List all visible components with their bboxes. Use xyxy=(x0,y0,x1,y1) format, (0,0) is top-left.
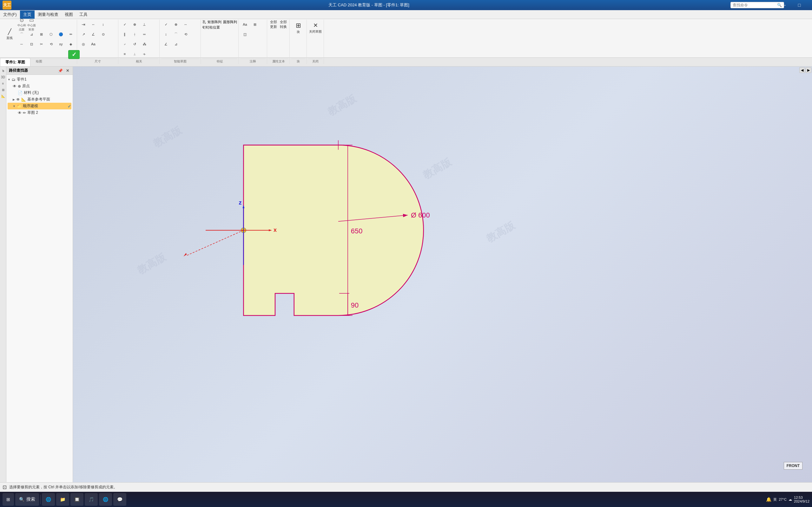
tb-dim-btn6[interactable]: ⊙ xyxy=(98,30,108,39)
tb-draw-btn3[interactable]: ⊞ xyxy=(37,30,46,39)
left-tool-3[interactable]: ≡ xyxy=(0,80,6,86)
tb-draw-btn7[interactable]: ─ xyxy=(17,39,26,49)
tb-center-rect-button[interactable]: ▭ 中心面矩形 xyxy=(27,20,36,29)
taskbar-app-button[interactable]: 🔲 xyxy=(70,493,84,506)
close-button[interactable]: ✕ xyxy=(807,0,812,10)
tb-draw-btn9[interactable]: ✂ xyxy=(37,39,46,49)
tb-draw-btn1[interactable]: ⌒ xyxy=(17,30,26,39)
tb-rel-btn1[interactable]: ✓ xyxy=(120,20,130,29)
tb-draw-btn11[interactable]: xy xyxy=(56,39,66,49)
tb-draw-btn10[interactable]: ⟲ xyxy=(46,39,56,49)
menu-file[interactable]: 文件(F) xyxy=(0,10,20,19)
tree-material[interactable]: 📄 材料 (无) xyxy=(8,90,71,96)
close-sketch-button[interactable]: ✕ 关闭草图 xyxy=(308,20,322,36)
tb-center-circle-button[interactable]: ⊙ 中心和点圆 xyxy=(17,20,26,29)
taskbar-sep-1 xyxy=(40,495,41,504)
tb-prop-btn1[interactable]: 全部更新 xyxy=(269,20,278,29)
tb-rel-btn10[interactable]: ≡ xyxy=(120,49,130,59)
tb-line-button[interactable]: ╱ 直线 xyxy=(3,26,16,43)
left-tool-4[interactable]: ⊞ xyxy=(0,87,6,93)
tb-rel-btn2[interactable]: ⊕ xyxy=(130,20,139,29)
tb-prop-btn2[interactable]: 全部转换 xyxy=(278,20,288,29)
tb-draw-btn2[interactable]: ⊿ xyxy=(27,30,36,39)
tb-annot-btn3[interactable]: ◫ xyxy=(240,30,250,39)
titlebar: 天工 天工 CAD 2024 教育版 - 草图 - [零件1: 草图] 🔍 ? … xyxy=(0,0,812,10)
tb-dim-btn7[interactable]: ◎ xyxy=(79,39,88,49)
tb-annot-btn1[interactable]: Aa xyxy=(240,20,250,29)
tree-root[interactable]: ▼ 🗂 零件1 xyxy=(8,76,71,83)
tb-rel-btn4[interactable]: ∥ xyxy=(120,30,130,39)
tb-dim-btn8[interactable]: Aa xyxy=(89,39,98,49)
nav-prev-button[interactable]: ◀ xyxy=(799,67,805,73)
tb-rel-btn12[interactable]: ⟛ xyxy=(140,49,149,59)
tb-smart-btn5[interactable]: ⌒ xyxy=(171,30,181,39)
tb-smart-btn4[interactable]: ↕ xyxy=(161,30,171,39)
left-tool-1[interactable]: 🖱 xyxy=(0,68,6,73)
sidebar-pin-button[interactable]: 📌 xyxy=(57,68,64,73)
tb-smart-dim-button[interactable]: ⇥ xyxy=(79,20,88,29)
tree-origin[interactable]: 👁 ⊕ 原点 xyxy=(8,83,71,90)
tb-draw-btn6[interactable]: ✏ xyxy=(66,30,75,39)
tb-smart-btn3[interactable]: ↔ xyxy=(181,20,190,29)
tb-rel-btn8[interactable]: ↺ xyxy=(130,39,139,49)
left-tool-2[interactable]: 3D xyxy=(0,74,6,80)
taskbar-network-button[interactable]: 🌐 xyxy=(42,493,55,506)
main-shape: Ø 600 650 90 xyxy=(243,140,429,315)
tb-smart-btn6[interactable]: ⟲ xyxy=(181,30,190,39)
tb-smart-btn1[interactable]: ✓ xyxy=(161,20,171,29)
tb-dim-btn3[interactable]: ↕ xyxy=(98,20,108,29)
left-tool-5[interactable]: 📐 xyxy=(0,93,6,99)
tb-rel-btn5[interactable]: ⟊ xyxy=(130,30,139,39)
tb-dim-btn4[interactable]: ↗ xyxy=(79,30,88,39)
menu-view[interactable]: 视图 xyxy=(61,10,76,19)
menu-measure[interactable]: 测量与检查 xyxy=(35,10,61,19)
taskbar-folder-button[interactable]: 📁 xyxy=(56,493,69,506)
search-box[interactable]: 🔍 xyxy=(730,2,784,8)
tb-rel-btn7[interactable]: ⌿ xyxy=(120,39,130,49)
feature-rect-array-label: 矩形阵列 xyxy=(207,20,221,24)
tb-draw-btn8[interactable]: ⊡ xyxy=(27,39,36,49)
tree-refplane-label: 基本参考平面 xyxy=(27,97,50,102)
taskbar-browser-button[interactable]: 🌐 xyxy=(99,493,112,506)
taskbar-notify-icon[interactable]: 🔔 xyxy=(766,497,771,502)
toolbar-rel-label: 相关 xyxy=(120,59,158,64)
tb-dim-btn2[interactable]: ↔ xyxy=(89,20,98,29)
taskbar-chat-button[interactable]: 💬 xyxy=(113,493,126,506)
tree-sketch2[interactable]: 👁 ✏ 草图 2 xyxy=(8,109,71,116)
menu-tools[interactable]: 工具 xyxy=(76,10,91,19)
tb-annot-btn2[interactable]: ⊞ xyxy=(250,20,260,29)
taskbar-search-button[interactable]: 🔍 搜索 xyxy=(15,493,39,506)
tb-dim-btn5[interactable]: ∠ xyxy=(89,30,98,39)
tb-rel-btn3[interactable]: ⊥ xyxy=(140,20,149,29)
tb-draw-btn5[interactable]: 🔵 xyxy=(56,30,66,39)
tb-smart-btn7[interactable]: ∠ xyxy=(161,39,171,49)
confirm-button[interactable]: ✓ xyxy=(68,50,80,59)
tree-refplane[interactable]: ▶ 👁 📐 基本参考平面 xyxy=(8,96,71,103)
tree-seqmodel[interactable]: ▼ 📁 顺序建模 ✓ xyxy=(8,103,71,109)
tb-rel-btn6[interactable]: ═ xyxy=(140,30,149,39)
tb-smart-btn2[interactable]: ⊕ xyxy=(171,20,181,29)
search-icon[interactable]: 🔍 xyxy=(777,3,782,7)
maximize-button[interactable]: □ xyxy=(792,0,807,10)
nav-next-button[interactable]: ▶ xyxy=(806,67,811,73)
toolbar-feature-label: 特征 xyxy=(202,59,237,64)
search-input[interactable] xyxy=(733,3,777,7)
sidebar-close-button[interactable]: ✕ xyxy=(65,68,70,73)
tb-rel-btn9[interactable]: ⁂ xyxy=(140,39,149,49)
tb-smart-btn8[interactable]: ⊿ xyxy=(171,39,181,49)
taskbar-windows-button[interactable]: ⊞ xyxy=(3,493,14,506)
taskbar-weather-icon: ☁ xyxy=(789,498,792,502)
tb-draw-btn4[interactable]: ⬡ xyxy=(46,30,56,39)
tb-block-button[interactable]: ⊞ 块 xyxy=(291,20,305,36)
tb-draw-btn12[interactable]: ◈ xyxy=(66,39,75,49)
canvas-area[interactable]: 教高版 教高版 教高版 教高版 教高版 教高版 教高版 Ø 600 xyxy=(73,67,812,482)
tb-rel-btn11[interactable]: ⟂ xyxy=(130,49,139,59)
toolbar-dim-section: ⇥ ↔ ↕ ↗ ∠ ⊙ ◎ Aa 尺寸 xyxy=(78,20,118,64)
status-message: 选择要修剪的元素，按 Ctrl 并单击以添加/移除要修剪成的元素。 xyxy=(9,485,117,490)
canvas-nav: ◀ ▶ xyxy=(799,67,812,73)
active-tab[interactable]: 零件1: 草图 xyxy=(0,58,31,66)
svg-text:650: 650 xyxy=(351,227,363,235)
taskbar-music-button[interactable]: 🎵 xyxy=(85,493,98,506)
front-label: FRONT xyxy=(784,462,803,469)
tree-seqmodel-icon: 📁 xyxy=(17,104,21,108)
